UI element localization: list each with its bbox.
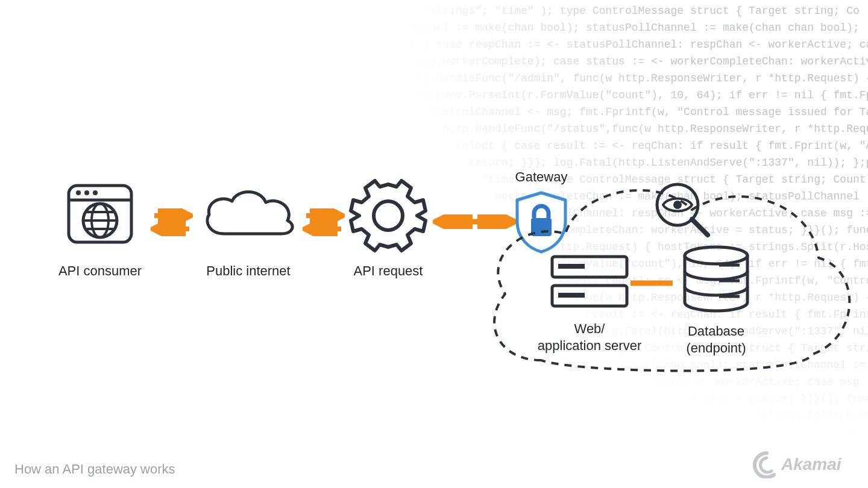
label-public-internet: Public internet (194, 263, 303, 280)
server-icon (547, 252, 632, 312)
node-server: Web/ application server (523, 252, 656, 354)
svg-point-25 (685, 247, 747, 264)
label-server: Web/ application server (523, 321, 656, 354)
node-api-request: API request (340, 174, 436, 280)
svg-point-19 (673, 201, 682, 209)
magnifier-eye-icon (652, 180, 712, 240)
diagram-canvas: API consumer Public internet (0, 0, 868, 488)
svg-rect-23 (558, 293, 585, 298)
node-api-consumer: API consumer (52, 181, 148, 280)
gear-icon (346, 174, 430, 258)
svg-point-14 (374, 201, 403, 230)
label-api-consumer: API consumer (52, 263, 148, 280)
svg-line-18 (692, 219, 708, 235)
arrow-internet-request (303, 208, 345, 239)
svg-rect-21 (558, 264, 585, 269)
node-public-internet: Public internet (194, 186, 303, 280)
label-api-request: API request (340, 263, 436, 280)
arrow-consumer-internet (151, 208, 193, 239)
svg-point-4 (93, 190, 98, 195)
svg-point-3 (84, 190, 89, 195)
node-database: Database (endpoint) (662, 245, 770, 356)
label-database: Database (endpoint) (662, 323, 770, 356)
monitoring-icon-block (652, 180, 712, 242)
browser-globe-icon (64, 181, 136, 247)
cloud-icon (197, 186, 300, 246)
database-icon (677, 245, 755, 317)
svg-point-2 (76, 190, 81, 195)
